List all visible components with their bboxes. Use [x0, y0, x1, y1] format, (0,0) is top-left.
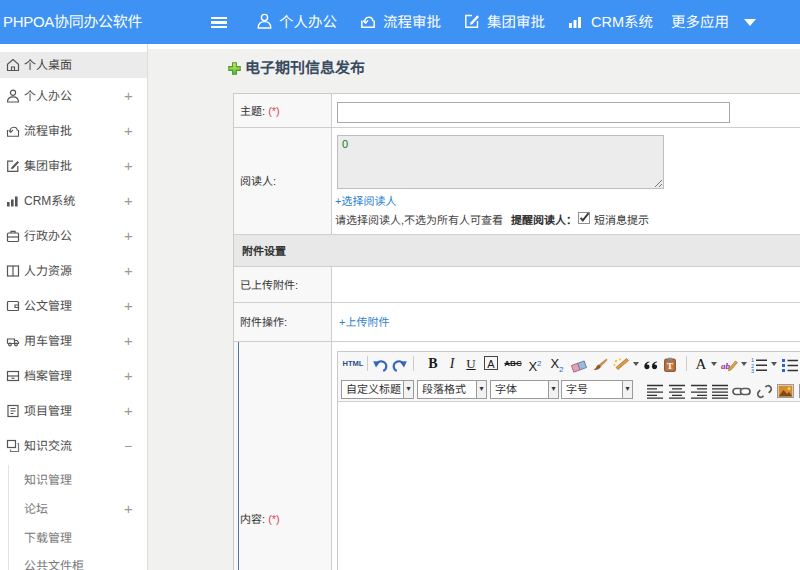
svg-text:3: 3	[751, 368, 754, 373]
svg-text:T: T	[667, 361, 673, 371]
